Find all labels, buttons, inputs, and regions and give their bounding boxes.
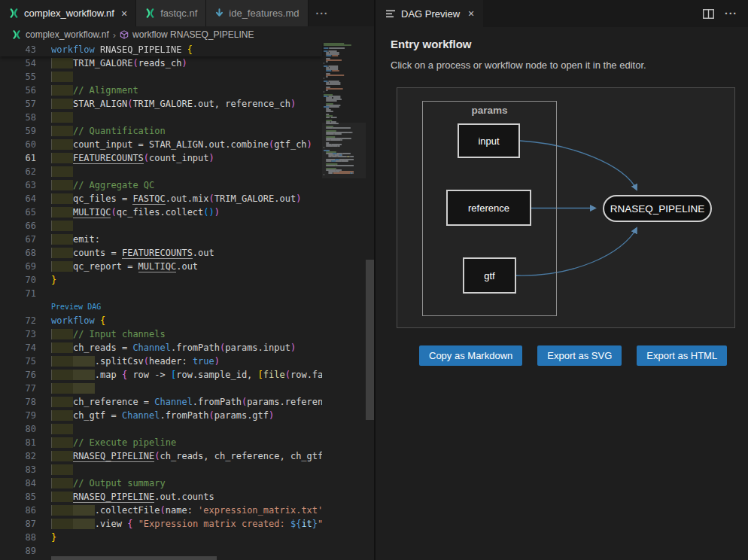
vertical-scrollbar-thumb[interactable] xyxy=(366,260,374,420)
vscode-window: complex_workflow.nf × fastqc.nf xyxy=(0,0,748,560)
code-line: 76 .map { row -> [row.sample_id, [file(r… xyxy=(0,368,322,382)
dag-diagram: params input reference gtf RNASEQ_PIPELI… xyxy=(397,87,735,328)
code-line: 79 ch_gtf = Channel.fromPath(params.gtf) xyxy=(0,409,322,422)
tab-fastqc[interactable]: fastqc.nf xyxy=(136,0,206,26)
codelens-preview-dag[interactable]: Preview DAG xyxy=(51,303,101,311)
breadcrumb: complex_workflow.nf › workflow RNASEQ_PI… xyxy=(0,26,374,43)
copy-as-markdown-button[interactable]: Copy as Markdown xyxy=(419,345,522,366)
code-line: 64 qc_files = FASTQC.out.mix(TRIM_GALORE… xyxy=(0,192,322,205)
breadcrumb-symbol[interactable]: workflow RNASEQ_PIPELINE xyxy=(132,29,254,40)
code-editor[interactable]: 43workflow RNASEQ_PIPELINE { 54 TRIM_GAL… xyxy=(0,43,374,560)
code-line: 71 xyxy=(0,287,322,300)
tab-dag-preview[interactable]: DAG Preview × xyxy=(376,0,483,27)
code-line: 67 emit: xyxy=(0,233,322,246)
code-line: 62 xyxy=(0,165,322,178)
export-as-svg-button[interactable]: Export as SVG xyxy=(537,345,622,366)
code-line: 81 // Execute pipeline xyxy=(0,436,322,449)
tab-label: ide_features.md xyxy=(229,8,299,19)
panel-subtitle: Click on a process or workflow node to o… xyxy=(391,59,733,71)
tab-label: fastqc.nf xyxy=(160,8,197,19)
code-line: 85 RNASEQ_PIPELINE.out.counts xyxy=(0,490,322,504)
code-line: 77 xyxy=(0,382,322,395)
markdown-icon xyxy=(214,8,224,18)
code-line: 65 MULTIQC(qc_files.collect()) xyxy=(0,205,322,219)
dag-preview-panel: DAG Preview × ··· Entry workflow Click o… xyxy=(374,0,748,560)
code-line: 74 ch_reads = Channel.fromPath(params.in… xyxy=(0,341,322,355)
code-line: 57 STAR_ALIGN(TRIM_GALORE.out, reference… xyxy=(0,97,322,111)
code-line: 82 RNASEQ_PIPELINE(ch_reads, ch_referenc… xyxy=(0,449,322,463)
code-line: 78 ch_reference = Channel.fromPath(param… xyxy=(0,395,322,409)
export-as-html-button[interactable]: Export as HTML xyxy=(637,345,727,366)
code-line: 54 TRIM_GALORE(reads_ch) xyxy=(0,56,322,70)
code-line: 86 .collectFile(name: 'expression_matrix… xyxy=(0,504,322,517)
tab-label: complex_workflow.nf xyxy=(24,8,114,19)
code-lines[interactable]: 54 TRIM_GALORE(reads_ch)55 56 // Alignme… xyxy=(0,56,322,558)
tab-overflow-button[interactable]: ··· xyxy=(309,0,336,26)
code-line: 72workflow { xyxy=(0,314,322,327)
panel-title: Entry workflow xyxy=(391,38,733,50)
horizontal-scrollbar-thumb[interactable] xyxy=(51,556,217,560)
nextflow-icon xyxy=(144,8,156,19)
dag-node-gtf[interactable]: gtf xyxy=(463,257,516,294)
code-line: 73 // Input channels xyxy=(0,327,322,341)
symbol-cube-icon xyxy=(120,30,129,39)
code-line: 68 counts = FEATURECOUNTS.out xyxy=(0,246,322,260)
code-line: 55 xyxy=(0,70,322,84)
vertical-scrollbar[interactable] xyxy=(366,43,374,560)
code-line: 56 // Alignment xyxy=(0,84,322,97)
code-line: 59 // Quantification xyxy=(0,124,322,138)
horizontal-scrollbar[interactable] xyxy=(51,556,322,560)
code-line: 70} xyxy=(0,273,322,287)
breadcrumb-file[interactable]: complex_workflow.nf xyxy=(26,29,109,40)
code-line: 84 // Output summary xyxy=(0,476,322,490)
dag-node-reference[interactable]: reference xyxy=(446,190,531,226)
dag-group-label: params xyxy=(423,105,556,116)
tab-ide-features[interactable]: ide_features.md xyxy=(206,0,308,26)
editor-pane: complex_workflow.nf × fastqc.nf xyxy=(0,0,374,560)
code-line: 66 xyxy=(0,219,322,233)
panel-body: Entry workflow Click on a process or wor… xyxy=(376,27,748,560)
code-line: 75 .splitCsv(header: true) xyxy=(0,355,322,368)
code-line: 87 .view { "Expression matrix created: $… xyxy=(0,517,322,531)
panel-header: DAG Preview × ··· xyxy=(376,0,748,27)
code-line: 69 qc_report = MULTIQC.out xyxy=(0,260,322,273)
editor-tabbar: complex_workflow.nf × fastqc.nf xyxy=(0,0,374,26)
chevron-right-icon: › xyxy=(113,29,116,41)
panel-tab-label: DAG Preview xyxy=(401,8,460,20)
preview-list-icon xyxy=(386,10,396,18)
code-line: 88} xyxy=(0,531,322,544)
tab-complex-workflow[interactable]: complex_workflow.nf × xyxy=(0,0,136,26)
nextflow-icon xyxy=(8,8,20,19)
code-line[interactable]: 43workflow RNASEQ_PIPELINE { xyxy=(0,43,322,56)
dag-node-rnaseq-pipeline[interactable]: RNASEQ_PIPELINE xyxy=(603,195,712,222)
code-line: 58 xyxy=(0,111,322,124)
code-line: 61 FEATURECOUNTS(count_input) xyxy=(0,151,322,165)
panel-more-icon[interactable]: ··· xyxy=(725,8,737,20)
minimap[interactable] xyxy=(322,43,366,560)
code-line: 83 xyxy=(0,463,322,476)
code-line: 60 count_input = STAR_ALIGN.out.combine(… xyxy=(0,138,322,151)
dag-node-input[interactable]: input xyxy=(458,123,520,158)
nextflow-icon xyxy=(11,29,22,40)
split-editor-icon[interactable] xyxy=(703,9,714,19)
panel-close-icon[interactable]: × xyxy=(468,8,474,20)
tab-close-icon[interactable]: × xyxy=(121,8,127,19)
code-line: 80 xyxy=(0,422,322,436)
panel-actions: ··· xyxy=(703,0,748,27)
export-buttons: Copy as Markdown Export as SVG Export as… xyxy=(419,345,733,366)
code-line: 63 // Aggregate QC xyxy=(0,178,322,192)
